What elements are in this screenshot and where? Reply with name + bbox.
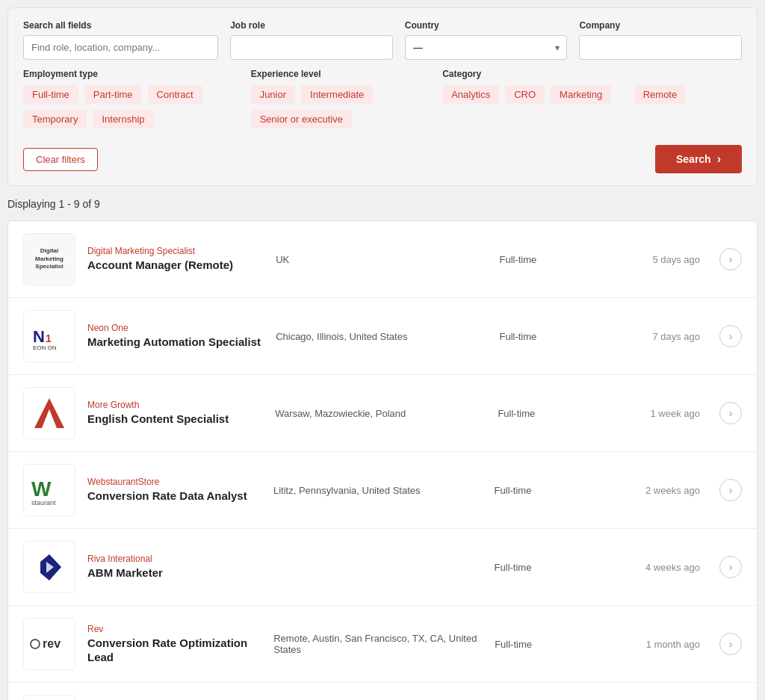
job-detail-button[interactable]: › (719, 325, 742, 347)
employment-label: Employment type (23, 69, 239, 79)
job-item[interactable]: More Growth English Content Specialist W… (8, 375, 757, 452)
results-info: Displaying 1 - 9 of 9 (7, 195, 758, 213)
category-tag[interactable]: CRO (505, 85, 545, 104)
svg-text:W: W (31, 477, 52, 501)
job-location: Remote, Austin, San Francisco, TX, CA, U… (273, 633, 483, 655)
job-location: Warsaw, Mazowieckie, Poland (275, 408, 486, 419)
country-group: Country — United States United Kingdom P… (405, 20, 568, 60)
job-time: 7 days ago (652, 331, 700, 342)
experience-tag[interactable]: Junior (251, 85, 295, 104)
employment-tags: Full-timePart-timeContractTemporaryInter… (23, 85, 239, 128)
company-logo: rev (23, 618, 75, 670)
job-type: Full-time (495, 639, 634, 650)
employment-tag[interactable]: Temporary (23, 110, 87, 128)
search-button[interactable]: Search › (655, 145, 742, 173)
job-info: WebstaurantStore Conversion Rate Data An… (87, 477, 261, 504)
company-label: Company (579, 20, 742, 31)
chevron-right-icon: › (729, 484, 733, 496)
chevron-right-icon: › (729, 561, 733, 573)
job-type: Full-time (495, 562, 634, 573)
svg-text:staurant: staurant (31, 499, 56, 507)
company-logo: DigitalMarketingSpecialist (23, 233, 75, 285)
job-detail-button[interactable]: › (719, 633, 742, 655)
company-input[interactable] (579, 35, 742, 60)
search-label: Search all fields (23, 20, 218, 31)
experience-label: Experience level (251, 69, 431, 79)
job-title: Marketing Automation Specialist (87, 335, 264, 350)
country-label: Country (405, 20, 568, 31)
company-logo: W staurant (23, 464, 75, 516)
job-role-input[interactable] (230, 35, 393, 60)
employment-tag[interactable]: Full-time (23, 85, 78, 104)
company-logo: N 1 EON ON (23, 310, 75, 362)
job-info: Neon One Marketing Automation Specialist (87, 323, 264, 350)
job-company: Riva Interational (87, 554, 261, 564)
employment-tag[interactable]: Contract (148, 85, 202, 104)
employment-tag[interactable]: Internship (93, 110, 153, 128)
filter-actions: Clear filters Search › (23, 145, 742, 173)
search-button-label: Search (676, 153, 711, 165)
job-time: 1 week ago (651, 408, 701, 419)
category-section: Category AnalyticsCROMarketing (442, 69, 622, 111)
job-info: More Growth English Content Specialist (87, 400, 263, 427)
job-company: More Growth (87, 400, 263, 410)
company-logo (23, 387, 75, 439)
company-group: Company (579, 20, 742, 60)
job-item[interactable]: Large Scale Distribution Marketing Attri… (8, 683, 757, 700)
job-time: 4 weeks ago (645, 562, 700, 573)
job-detail-button[interactable]: › (719, 402, 742, 424)
remote-tag[interactable]: Remote (634, 85, 687, 104)
job-time: 2 weeks ago (645, 485, 700, 496)
job-company: Neon One (87, 323, 264, 333)
category-label: Category (442, 69, 622, 79)
job-location: Lititz, Pennsylvania, United States (273, 485, 483, 496)
svg-text:rev: rev (43, 637, 61, 650)
experience-tags: JuniorIntermediateSenior or executive (251, 85, 431, 128)
remote-section: Remote (634, 69, 742, 104)
svg-text:1: 1 (46, 332, 52, 344)
filter-panel: Search all fields Job role Country — Uni… (7, 7, 758, 186)
chevron-right-icon: › (729, 253, 733, 265)
job-role-label: Job role (230, 20, 393, 31)
job-detail-button[interactable]: › (719, 479, 742, 501)
search-group: Search all fields (23, 20, 218, 60)
category-tags: AnalyticsCROMarketing (442, 85, 622, 104)
job-type: Full-time (498, 408, 638, 419)
job-time: 5 days ago (652, 254, 700, 265)
experience-tag[interactable]: Senior or executive (251, 110, 352, 128)
chevron-right-icon: › (717, 152, 721, 166)
job-location: UK (276, 254, 487, 265)
job-detail-button[interactable]: › (719, 556, 742, 578)
svg-point-8 (31, 639, 40, 648)
clear-filters-button[interactable]: Clear filters (23, 148, 98, 171)
search-input[interactable] (23, 35, 218, 60)
chevron-right-icon: › (729, 330, 733, 342)
employment-tag[interactable]: Part-time (84, 85, 142, 104)
job-item[interactable]: DigitalMarketingSpecialist Digital Marke… (8, 221, 757, 298)
experience-section: Experience level JuniorIntermediateSenio… (251, 69, 431, 136)
company-logo (23, 541, 75, 593)
category-tag[interactable]: Analytics (442, 85, 499, 104)
experience-tag[interactable]: Intermediate (301, 85, 373, 104)
job-item[interactable]: rev Rev Conversion Rate Optimization Lea… (8, 606, 757, 683)
job-item[interactable]: N 1 EON ON Neon One Marketing Automation… (8, 298, 757, 375)
job-type: Full-time (499, 254, 640, 265)
job-title: ABM Marketer (87, 566, 261, 580)
country-select[interactable]: — United States United Kingdom Poland (405, 35, 568, 60)
job-item[interactable]: Riva Interational ABM Marketer Full-time… (8, 529, 757, 606)
job-location: Chicago, Illinois, United States (276, 331, 487, 342)
job-item[interactable]: W staurant WebstaurantStore Conversion R… (8, 452, 757, 529)
category-tag[interactable]: Marketing (551, 85, 611, 104)
job-type: Full-time (495, 485, 634, 496)
job-company: WebstaurantStore (87, 477, 261, 487)
job-info: Riva Interational ABM Marketer (87, 554, 261, 580)
job-time: 1 month ago (646, 639, 700, 650)
chevron-right-icon: › (729, 407, 733, 419)
job-company: Digital Marketing Specialist (87, 246, 264, 256)
job-list: DigitalMarketingSpecialist Digital Marke… (7, 220, 758, 700)
job-info: Digital Marketing Specialist Account Man… (87, 246, 264, 273)
job-title: Account Manager (Remote) (87, 258, 264, 273)
job-title: Conversion Rate Data Analyst (87, 489, 261, 504)
job-role-group: Job role (230, 20, 393, 60)
job-detail-button[interactable]: › (719, 248, 742, 270)
